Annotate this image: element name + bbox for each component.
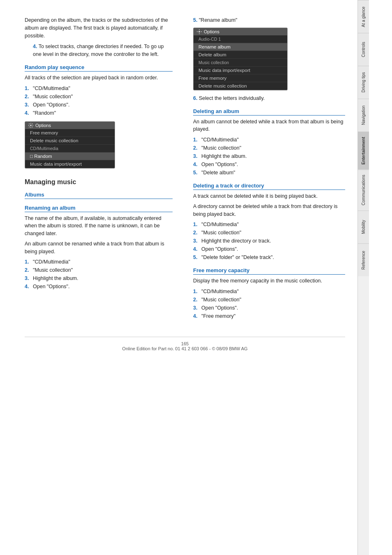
list-item: 3.Highlight the album. <box>25 274 173 282</box>
gear-icon-2 <box>197 29 202 34</box>
sidebar-tab-mobility[interactable]: Mobility <box>358 210 369 243</box>
sidebar-tab-navigation[interactable]: Navigation <box>358 99 369 132</box>
list-item: 3.Open "Options". <box>25 101 173 109</box>
step6-rename: 6. Select the letters individually. <box>193 95 345 102</box>
sidebar-tab-communications[interactable]: Communications <box>358 169 369 210</box>
deleting-track-text-1: A track cannot be deleted while it is be… <box>193 192 345 200</box>
deleting-track-heading: Deleting a track or directory <box>193 183 345 190</box>
svg-point-1 <box>198 31 200 32</box>
deleting-album-heading: Deleting an album <box>193 108 345 116</box>
random-play-text: All tracks of the selection are played b… <box>25 74 173 82</box>
sidebar-tab-entertainment[interactable]: Entertainment <box>358 132 369 169</box>
free-memory-text: Display the free memory capacity in the … <box>193 277 345 285</box>
albums-heading: Albums <box>25 192 173 199</box>
renaming-heading: Renaming an album <box>25 205 173 212</box>
intro-step4-text: To select tracks, change directories if … <box>33 44 164 57</box>
menu2-item-4: Music collection <box>194 59 287 67</box>
random-play-heading: Random play sequence <box>25 64 173 72</box>
two-column-layout: Depending on the album, the tracks or th… <box>25 16 345 324</box>
list-item: 3.Highlight the directory or track. <box>193 237 345 245</box>
deleting-album-text: An album cannot be deleted while a track… <box>193 118 345 134</box>
menu2-item-5: Music data import/export <box>194 67 287 74</box>
list-item: 5."Delete folder" or "Delete track". <box>193 253 345 261</box>
edition-text: Online Edition for Part no. 01 41 2 603 … <box>122 346 247 351</box>
list-item: 4.Open "Options". <box>193 160 345 169</box>
page-wrapper: Depending on the album, the tracks or th… <box>0 0 392 555</box>
free-memory-heading: Free memory capacity <box>193 267 345 275</box>
svg-point-0 <box>30 125 32 126</box>
renaming-text-1: The name of the album, if available, is … <box>25 215 173 238</box>
page-footer: 165 Online Edition for Part no. 01 41 2 … <box>25 337 345 351</box>
renaming-list: 1."CD/Multimedia" 2."Music collection" 3… <box>25 258 173 291</box>
menu2-item-7: Delete music collection <box>194 82 287 90</box>
menu1-title: Options <box>35 123 51 128</box>
main-content: Depending on the album, the tracks or th… <box>0 0 357 555</box>
sidebar-tab-driving-tips[interactable]: Driving tips <box>358 66 369 99</box>
list-item: 1."CD/Multimedia" <box>25 258 173 266</box>
menu1-item-5: Music data import/export <box>25 160 115 168</box>
list-item: 1."CD/Multimedia" <box>193 220 345 229</box>
sidebar-tab-at-a-glance[interactable]: At a glance <box>358 0 369 33</box>
menu2-title: Options <box>204 29 219 34</box>
list-item: 3.Open "Options". <box>193 304 345 312</box>
list-item: 5."Delete album" <box>193 169 345 177</box>
deleting-album-list: 1."CD/Multimedia" 2."Music collection" 3… <box>193 136 345 177</box>
intro-text-1: Depending on the album, the tracks or th… <box>25 16 173 39</box>
menu2-item-3: Delete album <box>194 51 287 59</box>
sidebar-tab-controls[interactable]: Controls <box>358 33 369 66</box>
list-item: 1."CD/Multimedia" <box>25 84 173 92</box>
random-play-list: 1."CD/Multimedia" 2."Music collection" 3… <box>25 84 173 117</box>
list-item: 1."CD/Multimedia" <box>193 136 345 144</box>
menu1-item-1: Free memory <box>25 129 115 137</box>
menu1-item-2: Delete music collection <box>25 137 115 145</box>
page-number: 165 <box>181 341 189 346</box>
menu1-item-3: CD/Multimedia <box>25 145 115 153</box>
left-column: Depending on the album, the tracks or th… <box>25 16 179 324</box>
menu-screenshot-1: Options Free memory Delete music collect… <box>25 121 115 169</box>
list-item: 4."Random" <box>25 109 173 117</box>
list-item: 2."Music collection" <box>193 296 345 304</box>
renaming-text-2: An album cannot be renamed while a track… <box>25 240 173 256</box>
list-item: 4.Open "Options". <box>193 245 345 253</box>
intro-text-2: 4. To select tracks, change directories … <box>33 43 173 58</box>
menu-screenshot-2: Options Audio-CD 1 Rename album Delete a… <box>193 28 288 90</box>
sidebar-tabs: At a glance Controls Driving tips Naviga… <box>357 0 369 555</box>
list-item: 4."Free memory" <box>193 312 345 320</box>
list-item: 1."CD/Multimedia" <box>193 287 345 296</box>
menu1-item-4: □ Random <box>25 153 115 160</box>
free-memory-list: 1."CD/Multimedia" 2."Music collection" 3… <box>193 287 345 320</box>
menu2-item-1: Audio-CD 1 <box>194 35 287 43</box>
menu2-item-2: Rename album <box>194 43 287 51</box>
deleting-track-text-2: A directory cannot be deleted while a tr… <box>193 203 345 218</box>
list-item: 2."Music collection" <box>25 266 173 274</box>
menu2-item-6: Free memory <box>194 74 287 82</box>
menu-title-bar-1: Options <box>25 122 115 129</box>
list-item: 2."Music collection" <box>25 92 173 101</box>
sidebar-tab-reference[interactable]: Reference <box>358 243 369 276</box>
step5-rename: 5. "Rename album" <box>193 16 345 24</box>
menu-title-bar-2: Options <box>194 28 287 35</box>
deleting-track-list: 1."CD/Multimedia" 2."Music collection" 3… <box>193 220 345 261</box>
list-item: 4.Open "Options". <box>25 282 173 291</box>
gear-icon <box>28 123 33 128</box>
list-item: 3.Highlight the album. <box>193 152 345 160</box>
list-item: 2."Music collection" <box>193 229 345 237</box>
right-column: 5. "Rename album" Options Audio-CD 1 Ren… <box>191 16 345 324</box>
list-item: 2."Music collection" <box>193 144 345 152</box>
managing-music-heading: Managing music <box>25 178 173 186</box>
